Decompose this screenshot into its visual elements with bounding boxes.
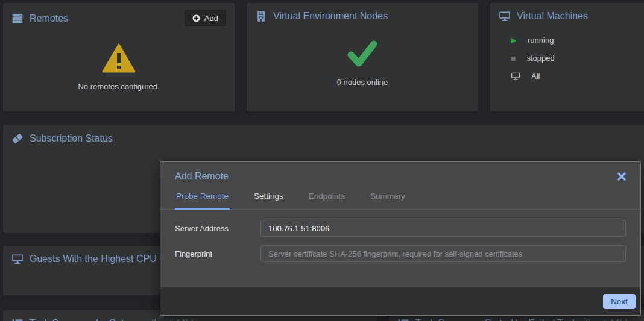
fingerprint-label: Fingerprint: [175, 249, 260, 258]
virtual-machines-panel: Virtual Machines ▶ running ■ stopped All: [490, 3, 644, 111]
virtual-machines-panel-title: Virtual Machines: [517, 11, 588, 22]
list-icon: [397, 317, 409, 321]
monitor-icon: [499, 10, 511, 22]
ve-nodes-panel: Virtual Environment Nodes 0 nodes online: [247, 3, 478, 111]
dialog-body: Server Address Fingerprint: [160, 210, 640, 287]
subscription-panel-header: Subscription Status: [3, 125, 644, 149]
square-icon: ■: [511, 54, 516, 63]
ticket-icon: [11, 132, 24, 145]
tab-settings[interactable]: Settings: [253, 184, 285, 210]
building-icon: [255, 10, 267, 22]
monitor-icon: [11, 253, 24, 265]
tab-probe-remote[interactable]: Probe Remote: [175, 184, 230, 210]
list-icon: [11, 317, 24, 321]
play-icon: ▶: [511, 36, 517, 44]
vm-filter-label: stopped: [526, 54, 554, 63]
remotes-panel-header: Remotes Add: [3, 3, 235, 31]
ve-nodes-panel-header: Virtual Environment Nodes: [247, 3, 478, 27]
warning-triangle-icon: [102, 43, 136, 73]
virtual-machines-panel-header: Virtual Machines: [490, 3, 644, 27]
vm-filter-label: running: [528, 36, 554, 45]
tab-summary: Summary: [369, 184, 406, 210]
dialog-title: Add Remote: [175, 171, 229, 182]
close-icon[interactable]: [617, 172, 626, 181]
tab-endpoints: Endpoints: [308, 184, 346, 210]
vm-filter-stopped[interactable]: ■ stopped: [511, 54, 644, 63]
dialog-footer: Next: [160, 287, 640, 315]
vm-filter-all[interactable]: All: [511, 72, 644, 81]
server-address-label: Server Address: [175, 224, 260, 233]
add-remote-button[interactable]: Add: [185, 10, 226, 26]
server-address-row: Server Address: [175, 220, 626, 237]
checkmark-icon: [345, 39, 380, 69]
ve-nodes-panel-title: Virtual Environment Nodes: [273, 11, 388, 22]
vm-filter-running[interactable]: ▶ running: [511, 36, 644, 45]
dialog-tabs: Probe Remote Settings Endpoints Summary: [160, 184, 640, 210]
remotes-panel-title: Remotes: [30, 13, 68, 24]
add-remote-dialog: Add Remote Probe Remote Settings Endpoin…: [160, 161, 641, 316]
remotes-panel: Remotes Add No remotes configured.: [3, 3, 235, 111]
task-summary-category-title: Task Summary by Category (Last 44h): [30, 318, 194, 321]
server-stack-icon: [11, 13, 24, 25]
plus-circle-icon: [192, 14, 200, 22]
subscription-panel-title: Subscription Status: [30, 133, 113, 144]
fingerprint-row: Fingerprint: [175, 245, 626, 262]
task-summary-sorted-title: Task Summary: Sorted by Failed Tasks (La…: [415, 318, 628, 321]
next-button[interactable]: Next: [603, 294, 636, 309]
fingerprint-input[interactable]: [260, 245, 626, 262]
dialog-header: Add Remote: [160, 162, 640, 184]
add-button-label: Add: [204, 14, 218, 23]
ve-nodes-status-text: 0 nodes online: [337, 78, 388, 87]
server-address-input[interactable]: [260, 220, 626, 237]
vm-filter-label: All: [531, 72, 540, 81]
remotes-empty-text: No remotes configured.: [78, 82, 159, 91]
monitor-icon: [511, 72, 520, 81]
